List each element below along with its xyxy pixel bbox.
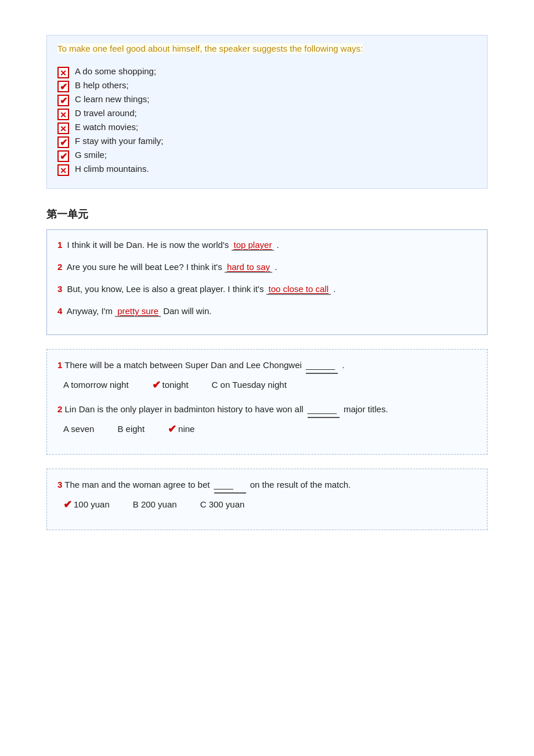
dialog-box: 1 I think it will be Dan. He is now the …	[46, 229, 488, 335]
option-label: F stay with your family;	[75, 136, 164, 146]
wrong-icon: ✕	[57, 109, 69, 120]
section3-choice: ✔100 yuan	[63, 496, 110, 514]
selected-tick-icon: ✔	[168, 420, 176, 438]
mcq-item: 1 There will be a match between Super Da…	[57, 358, 477, 394]
choice-label: B eight	[117, 422, 145, 437]
mcq-choices: A sevenB eight✔nine	[63, 420, 477, 438]
choice-item: C on Tuesday night	[212, 376, 287, 394]
selected-tick-icon: ✔	[63, 496, 72, 514]
choice-item: ✔nine	[168, 420, 194, 438]
dialog-text-after: Dan will win.	[161, 306, 212, 316]
correct-icon: ✔	[57, 150, 69, 162]
mcq-blank: ______	[306, 358, 338, 374]
mcq-text-after: major titles.	[341, 404, 388, 414]
choice-item: A seven	[63, 420, 94, 438]
section3-item: 3 The man and the woman agree to bet ___…	[57, 477, 477, 513]
section3-text-after: on the result of the match.	[248, 480, 351, 489]
dialog-text-before: Are you sure he will beat Lee? I think i…	[67, 262, 225, 272]
correct-icon: ✔	[57, 136, 69, 148]
correct-icon: ✔	[57, 81, 69, 92]
dialog-text-before: Anyway, I'm	[67, 306, 115, 316]
section3-choices: ✔100 yuanB 200 yuanC 300 yuan	[63, 496, 477, 514]
dialog-answer: top player	[232, 240, 275, 251]
mcq-text-after: .	[340, 360, 344, 370]
dialog-item: 4 Anyway, I'm pretty sure Dan will win.	[57, 304, 477, 318]
dialog-num: 2	[57, 262, 62, 272]
choice-label: 100 yuan	[74, 497, 110, 512]
choice-label: C on Tuesday night	[212, 377, 287, 393]
choice-label: C 300 yuan	[200, 497, 245, 512]
option-item: ✕D travel around;	[57, 108, 477, 120]
mcq-text: Lin Dan is the only player in badminton …	[65, 404, 304, 414]
section3-blank: ____	[214, 477, 246, 494]
choice-item: B eight	[117, 420, 145, 438]
option-item: ✔C learn new things;	[57, 94, 477, 106]
option-label: G smile;	[75, 150, 107, 160]
top-section: To make one feel good about himself, the…	[46, 35, 488, 189]
choice-item: ✔tonight	[152, 376, 189, 394]
options-list: ✕A do some shopping;✔B help others;✔C le…	[57, 66, 477, 175]
section3-num: 3	[57, 480, 62, 489]
section-heading: 第一单元	[46, 207, 488, 221]
choice-item: A tomorrow night	[63, 376, 129, 394]
dialog-answer: pretty sure	[115, 306, 161, 317]
option-item: ✔G smile;	[57, 150, 477, 161]
option-item: ✕A do some shopping;	[57, 66, 477, 78]
wrong-icon: ✕	[57, 164, 69, 176]
mcq-box: 1 There will be a match between Super Da…	[46, 349, 488, 455]
dialog-item: 1 I think it will be Dan. He is now the …	[57, 238, 477, 252]
dialog-num: 4	[57, 306, 62, 316]
mcq-blank: ______	[308, 402, 340, 418]
section3-choice: B 200 yuan	[133, 496, 177, 514]
option-label: D travel around;	[75, 108, 137, 118]
choice-label: tonight	[163, 377, 189, 393]
dialog-answer: hard to say	[225, 262, 272, 273]
choice-label: nine	[178, 422, 194, 437]
wrong-icon: ✕	[57, 67, 69, 78]
section3-box: 3 The man and the woman agree to bet ___…	[46, 469, 488, 530]
correct-icon: ✔	[57, 95, 69, 106]
dialog-num: 3	[57, 284, 62, 294]
option-label: H climb mountains.	[75, 164, 149, 174]
section3-choice: C 300 yuan	[200, 496, 245, 514]
choice-label: A tomorrow night	[63, 377, 129, 393]
dialog-text-before: But, you know, Lee is also a great playe…	[67, 284, 266, 294]
choice-label: A seven	[63, 422, 94, 437]
dialog-item: 2 Are you sure he will beat Lee? I think…	[57, 260, 477, 274]
selected-tick-icon: ✔	[152, 376, 161, 394]
option-label: E watch movies;	[75, 122, 138, 132]
dialog-text-after: .	[274, 240, 279, 250]
option-label: A do some shopping;	[75, 66, 156, 76]
option-item: ✔F stay with your family;	[57, 136, 477, 147]
option-item: ✔B help others;	[57, 80, 477, 92]
option-label: C learn new things;	[75, 94, 149, 104]
dialog-answer: too close to call	[266, 284, 331, 295]
wrong-icon: ✕	[57, 123, 69, 134]
dialog-text-before: I think it will be Dan. He is now the wo…	[67, 240, 232, 250]
choice-label: B 200 yuan	[133, 497, 177, 512]
section3-text: The man and the woman agree to bet	[64, 480, 210, 489]
mcq-num: 2	[57, 404, 62, 414]
dialog-item: 3 But, you know, Lee is also a great pla…	[57, 282, 477, 296]
option-item: ✕E watch movies;	[57, 122, 477, 134]
top-prompt: To make one feel good about himself, the…	[57, 44, 363, 53]
dialog-text-after: .	[272, 262, 277, 272]
dialog-num: 1	[57, 240, 62, 250]
dialog-text-after: .	[331, 284, 335, 294]
option-label: B help others;	[75, 80, 129, 90]
mcq-text: There will be a match between Super Dan …	[64, 360, 302, 370]
mcq-choices: A tomorrow night✔tonightC on Tuesday nig…	[63, 376, 477, 394]
mcq-item: 2 Lin Dan is the only player in badminto…	[57, 402, 477, 438]
mcq-num: 1	[57, 360, 62, 370]
option-item: ✕H climb mountains.	[57, 164, 477, 175]
